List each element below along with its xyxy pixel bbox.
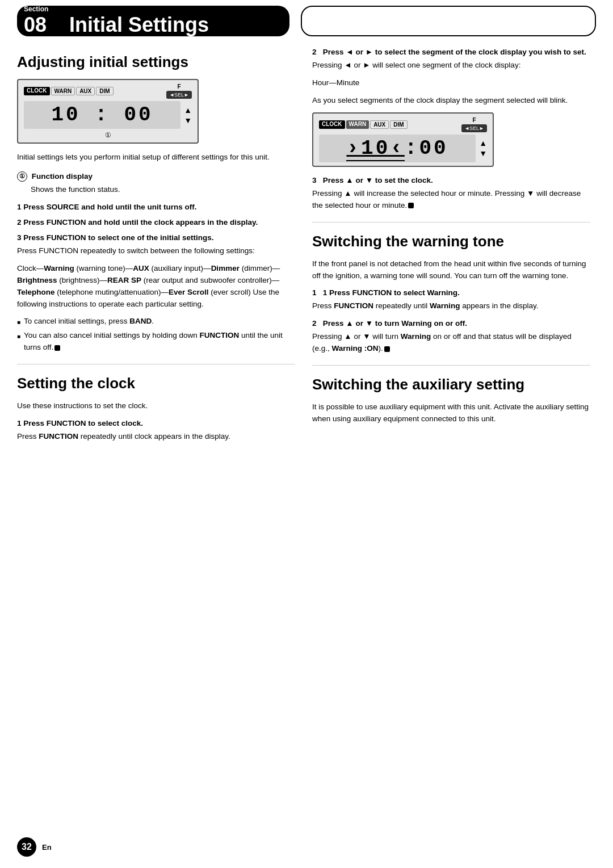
display-main-area-1: 10 : 00 ▲ ▼ (24, 101, 192, 129)
section-heading-title: Initial Settings (69, 13, 209, 36)
warning-step2-heading: 2 Press ▲ or ▼ to turn Warning on or off… (312, 319, 590, 328)
sel-btn-1: ◄SEL► (166, 91, 192, 99)
f-label-2: F (473, 117, 476, 123)
sel-btn-2: ◄SEL► (461, 124, 487, 132)
clock-step3-body: Pressing ▲ will increase the selected ho… (312, 188, 590, 212)
step3-heading: 3 Press FUNCTION to select one of the in… (17, 233, 295, 242)
step3-body1: Press FUNCTION repeatedly to switch betw… (17, 245, 295, 257)
f-label-1: F (178, 83, 181, 90)
bullet-1: ■ To cancel initial settings, press BAND… (17, 316, 295, 328)
clock-step1-text: 1 Press FUNCTION to select clock. (17, 419, 143, 427)
display-arrows-1: ▲ ▼ (184, 106, 192, 125)
display-time-2: ›10‹:00 (319, 135, 476, 162)
arrow-up-1[interactable]: ▲ (184, 106, 192, 115)
divider-2 (312, 222, 590, 223)
clock-step2-body3: As you select segments of the clock disp… (312, 95, 590, 107)
clock-step2-body2: Hour—Minute (312, 77, 590, 89)
aux-heading: Switching the auxiliary setting (312, 376, 590, 393)
warning-step2-body: Pressing ▲ or ▼ will turn Warning on or … (312, 331, 590, 355)
step3-body2: Clock—Warning (warning tone)—AUX (auxili… (17, 263, 295, 311)
header-right-box (301, 6, 596, 36)
function-display-desc: Shows the function status. (17, 184, 295, 196)
bullet-2-text: You can also cancel initial settings by … (24, 330, 295, 354)
step1-heading: 1 Press SOURCE and hold until the unit t… (17, 203, 295, 211)
step2-heading: 2 Press FUNCTION and hold until the cloc… (17, 218, 295, 227)
page-number-badge: 32 (17, 837, 36, 857)
aux-intro: It is possible to use auxiliary equipmen… (312, 401, 590, 425)
section-badge: Section 08 Initial Settings (17, 6, 289, 36)
display-tabs-2: CLOCK WARN AUX DIM (319, 120, 408, 129)
section-title: 08 Initial Settings (24, 13, 209, 37)
page: Section 08 Initial Settings Adjusting in… (0, 0, 613, 868)
step3-text: 3 Press FUNCTION to select one of the in… (17, 233, 214, 242)
clock-intro: Use these instructions to set the clock. (17, 400, 295, 412)
display-mockup-2: CLOCK WARN AUX DIM F ◄SEL► ›10‹:00 (312, 112, 494, 167)
section-label: Section (24, 5, 48, 13)
bullet-2: ■ You can also cancel initial settings b… (17, 330, 295, 354)
left-column: Adjusting initial settings CLOCK WARN AU… (17, 48, 295, 448)
display-arrows-2: ▲ ▼ (479, 139, 487, 158)
clock-step1-body: Press FUNCTION repeatedly until clock ap… (17, 431, 295, 443)
warning-step1-text: 1 Press FUNCTION to select Warning. (323, 288, 460, 297)
tab-warn: WARN (51, 87, 75, 95)
display-time-1: 10 : 00 (24, 101, 180, 129)
tab-aux-2: AUX (370, 120, 389, 129)
adjusting-heading: Adjusting initial settings (17, 53, 295, 71)
bullet-square-2: ■ (17, 332, 20, 341)
stop-mark-3 (384, 346, 390, 352)
clock-step2-heading: 2 Press ◄ or ► to select the segment of … (312, 48, 590, 56)
display-right-controls-1: F ◄SEL► (166, 83, 192, 99)
warning-tone-intro: If the front panel is not detached from … (312, 258, 590, 282)
function-display-text: Function display (32, 171, 93, 180)
header: Section 08 Initial Settings (0, 0, 613, 36)
warning-step1-heading: 1 1 Press FUNCTION to select Warning. (312, 288, 590, 297)
tab-clock-2: CLOCK (319, 120, 345, 129)
arrow-down-1[interactable]: ▼ (184, 116, 192, 125)
main-content: Adjusting initial settings CLOCK WARN AU… (0, 36, 613, 460)
display-mockup-1: CLOCK WARN AUX DIM F ◄SEL► 10 : 00 ▲ ▼ (17, 79, 199, 144)
page-number: 32 (22, 842, 32, 852)
display-tabs-1: CLOCK WARN AUX DIM (24, 87, 114, 95)
section-number: 08 (24, 13, 47, 36)
circle-indicator-1: ① (24, 131, 192, 139)
footer: 32 En (17, 837, 52, 857)
clock-step2-body1: Pressing ◄ or ► will select one segment … (312, 60, 590, 72)
intro-text: Initial settings lets you perform initia… (17, 152, 295, 163)
arrow-up-2[interactable]: ▲ (479, 139, 487, 148)
display-right-controls-2: F ◄SEL► (461, 117, 487, 132)
tab-clock: CLOCK (24, 87, 50, 95)
step2-text: 2 Press FUNCTION and hold until the cloc… (17, 218, 258, 227)
divider-1 (17, 364, 295, 364)
tab-aux: AUX (76, 87, 95, 95)
clock-heading: Setting the clock (17, 375, 295, 392)
tab-warn-2: WARN (346, 120, 370, 129)
warning-tone-heading: Switching the warning tone (312, 233, 590, 250)
tab-dim: DIM (96, 87, 113, 95)
stop-mark-2 (408, 203, 414, 208)
bullet-square-1: ■ (17, 318, 20, 327)
arrow-down-2[interactable]: ▼ (479, 149, 487, 158)
step1-text: 1 Press SOURCE and hold until the unit t… (17, 203, 197, 211)
circle-1: ① (17, 171, 27, 182)
warning-step1-body: Press FUNCTION repeatedly until Warning … (312, 300, 590, 312)
clock-step1-heading: 1 Press FUNCTION to select clock. (17, 419, 295, 427)
display-main-area-2: ›10‹:00 ▲ ▼ (319, 135, 487, 162)
divider-3 (312, 365, 590, 366)
function-display-label: ① Function display (17, 171, 295, 182)
language-label: En (42, 843, 52, 852)
tab-dim-2: DIM (390, 120, 407, 129)
stop-mark-1 (54, 345, 60, 351)
right-column: 2 Press ◄ or ► to select the segment of … (312, 48, 590, 448)
clock-step3-heading: 3 Press ▲ or ▼ to set the clock. (312, 176, 590, 184)
blink-hour: ›10‹ (346, 137, 404, 161)
bullet-1-text: To cancel initial settings, press BAND. (24, 316, 154, 328)
